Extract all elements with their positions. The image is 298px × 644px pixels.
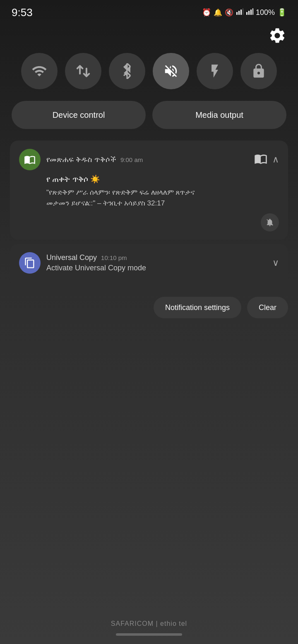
svg-rect-4 — [246, 12, 248, 15]
flashlight-toggle[interactable] — [197, 53, 233, 89]
notification-actions: Notification settings Clear — [0, 290, 298, 318]
bible-title-row: የመጽሐፍ ቅዱስ ጥቅሶች 9:00 am — [46, 155, 143, 164]
status-bar: 9:53 ⏰ 🔔 🔇 100% 🔋 — [0, 0, 298, 23]
ucopy-app-name: Universal Copy — [46, 253, 97, 262]
status-time: 9:53 — [12, 6, 33, 19]
lock-rotate-icon — [251, 63, 267, 79]
mute-toggle[interactable] — [153, 53, 189, 89]
svg-rect-3 — [243, 8, 243, 15]
bible-bell-button[interactable] — [261, 213, 279, 231]
signal-icon-2 — [246, 8, 253, 17]
notification-settings-button[interactable]: Notification settings — [154, 297, 241, 318]
settings-gear-button[interactable] — [268, 26, 286, 46]
wifi-toggle[interactable] — [21, 53, 58, 89]
ucopy-app-icon — [19, 252, 41, 274]
action-buttons: Device control Media output — [0, 101, 298, 141]
autorotate-toggle[interactable] — [240, 53, 277, 89]
ucopy-title-row: Universal Copy 10:10 pm — [46, 253, 146, 262]
mute-status-icon: 🔇 — [225, 8, 233, 17]
settings-gear-row — [0, 23, 298, 53]
bottom-area: SAFARICOM | ethio tel — [0, 620, 298, 644]
bible-app-icon — [19, 149, 41, 170]
alarm-icon: ⏰ — [202, 8, 211, 17]
status-icons: ⏰ 🔔 🔇 100% 🔋 — [202, 8, 286, 17]
bible-notification: የመጽሐፍ ቅዱስ ጥቅሶች 9:00 am ∧ የ ጠቀት ጥቅሶ ☀️ "የ… — [10, 141, 288, 240]
universal-copy-notification: Universal Copy 10:10 pm Activate Univers… — [10, 244, 288, 286]
bible-subject: የ ጠቀት ጥቅሶ ☀️ — [46, 174, 279, 184]
svg-rect-7 — [252, 8, 253, 15]
svg-rect-1 — [238, 11, 240, 15]
ucopy-message: Activate Universal Copy mode — [46, 264, 146, 272]
svg-rect-2 — [240, 10, 242, 15]
bible-time: 9:00 am — [120, 156, 143, 163]
flashlight-icon — [207, 63, 223, 79]
ucopy-time: 10:10 pm — [101, 254, 127, 261]
data-toggle[interactable] — [65, 53, 101, 89]
bluetooth-icon — [119, 63, 135, 79]
ucopy-expand-chevron[interactable]: ∨ — [272, 258, 279, 268]
bluetooth-toggle[interactable] — [109, 53, 145, 89]
gear-icon — [268, 26, 286, 45]
signal-icon-1 — [236, 8, 243, 17]
notifications-area: የመጽሐፍ ቅዱስ ጥቅሶች 9:00 am ∧ የ ጠቀት ጥቅሶ ☀️ "የ… — [0, 141, 298, 286]
mute-icon — [163, 63, 179, 79]
data-transfer-icon — [75, 63, 91, 79]
clear-button[interactable]: Clear — [247, 297, 288, 318]
svg-rect-5 — [248, 11, 250, 15]
media-output-button[interactable]: Media output — [152, 101, 286, 129]
battery-icon: 🔋 — [277, 8, 286, 17]
ucopy-notif-header: Universal Copy 10:10 pm Activate Univers… — [19, 252, 279, 274]
book-icon — [254, 152, 267, 167]
svg-rect-0 — [236, 12, 238, 15]
home-indicator[interactable] — [116, 633, 182, 636]
clock-icon: 🔔 — [214, 8, 222, 17]
battery-text: 100% — [256, 8, 275, 17]
bible-bell-area — [19, 213, 279, 231]
quick-toggles — [0, 53, 298, 101]
wifi-icon — [31, 63, 47, 79]
svg-rect-6 — [250, 10, 252, 15]
bible-app-name: የመጽሐፍ ቅዱስ ጥቅሶች — [46, 155, 116, 164]
device-control-button[interactable]: Device control — [12, 101, 146, 129]
bible-notif-header: የመጽሐፍ ቅዱስ ጥቅሶች 9:00 am ∧ — [19, 149, 279, 170]
carrier-text: SAFARICOM | ethio tel — [0, 620, 298, 627]
bible-body: "የጽድቅም ሥራ ሰላምን፡ የጽድቅም ፍሬ ለዘላለም ጸጥታና መታመን… — [46, 187, 279, 208]
bible-collapse-chevron[interactable]: ∧ — [272, 154, 279, 165]
